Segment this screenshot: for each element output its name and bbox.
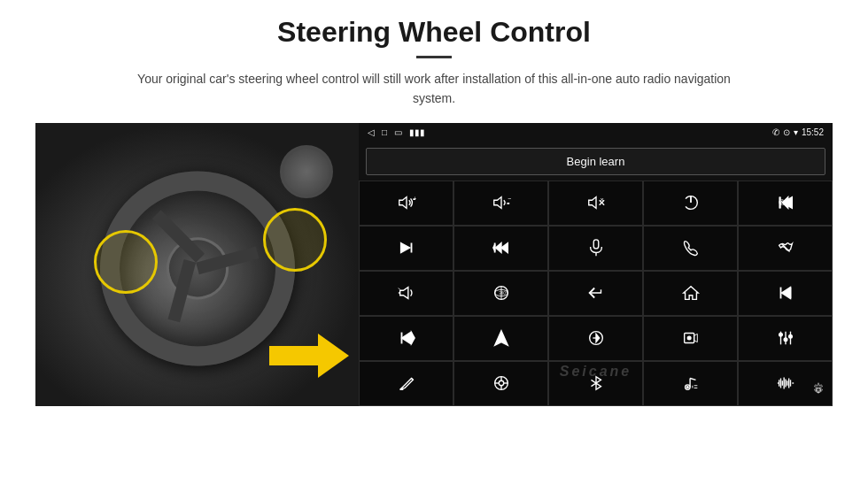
ctrl-horn[interactable]	[359, 271, 453, 316]
ctrl-music-settings[interactable]	[643, 361, 738, 406]
svg-line-27	[398, 288, 399, 290]
svg-marker-44	[596, 334, 600, 342]
ctrl-eq[interactable]	[738, 316, 833, 361]
svg-point-47	[687, 336, 691, 340]
navigation-icon	[492, 328, 511, 348]
power-icon	[681, 193, 701, 212]
svg-marker-22	[492, 245, 494, 251]
controls-grid: + − × ✆	[359, 181, 833, 406]
music-settings-icon	[681, 373, 701, 393]
home-nav-icon[interactable]: □	[382, 127, 387, 137]
ctrl-ff-prev[interactable]	[453, 226, 548, 271]
svg-marker-26	[399, 288, 407, 299]
svg-point-57	[499, 381, 504, 387]
360-view-icon: 360°	[492, 283, 511, 303]
skip-fwd-icon	[397, 328, 416, 348]
svg-marker-17	[400, 243, 409, 253]
ctrl-nav[interactable]	[453, 316, 548, 361]
ctrl-mic[interactable]	[548, 226, 643, 271]
ctrl-vol-up[interactable]: +	[359, 181, 453, 226]
waveform-icon	[776, 373, 795, 393]
status-time: 15:52	[802, 127, 824, 137]
ctrl-next-song[interactable]	[359, 226, 453, 271]
swap-icon	[586, 328, 606, 348]
location-status-icon: ⊙	[783, 127, 790, 137]
vol-down-icon: −	[492, 193, 511, 212]
phone-call-icon	[681, 238, 701, 257]
arrow-indicator	[269, 334, 349, 378]
svg-point-52	[784, 338, 787, 342]
ctrl-mute[interactable]: ×	[548, 181, 643, 226]
begin-learn-row: Begin learn	[359, 142, 833, 181]
mute-icon: ×	[586, 193, 606, 212]
ctrl-360-view[interactable]: 360°	[453, 271, 548, 316]
status-bar-left: ◁ □ ▭ ▮▮▮	[368, 127, 425, 137]
record-icon	[681, 328, 701, 348]
spoke-1	[196, 246, 259, 274]
ctrl-pen[interactable]	[359, 361, 453, 406]
settings-gear-icon[interactable]	[810, 381, 827, 399]
status-bar-right: ✆ ⊙ ▾ 15:52	[772, 127, 824, 137]
wifi-status-icon: ▾	[794, 127, 798, 137]
home-icon	[681, 283, 701, 303]
back-nav-icon[interactable]: ◁	[368, 127, 375, 137]
svg-marker-0	[399, 197, 406, 209]
back-arrow-icon	[586, 283, 606, 303]
svg-marker-3	[493, 197, 500, 209]
svg-text:−: −	[508, 195, 511, 203]
phone-status-icon: ✆	[772, 127, 779, 137]
left-control-highlight	[94, 230, 158, 294]
svg-marker-21	[501, 243, 508, 253]
svg-text:✆: ✆	[778, 198, 785, 207]
ctrl-vol-down[interactable]: −	[453, 181, 548, 226]
ctrl-skip-fwd[interactable]	[359, 316, 453, 361]
recent-nav-icon[interactable]: ▭	[394, 127, 402, 137]
svg-marker-41	[494, 331, 508, 346]
skip-start-icon	[776, 283, 795, 303]
bluetooth-icon	[586, 373, 606, 393]
svg-marker-6	[588, 197, 595, 209]
settings-circle-icon	[492, 373, 511, 393]
ctrl-power[interactable]	[643, 181, 738, 226]
svg-text:×: ×	[600, 196, 603, 204]
begin-learn-button[interactable]: Begin learn	[366, 148, 825, 175]
ctrl-phone-call[interactable]	[643, 226, 738, 271]
page-title: Steering Wheel Control	[277, 16, 591, 49]
page-container: Steering Wheel Control Your original car…	[0, 0, 868, 484]
right-control-highlight	[263, 208, 327, 272]
prev-track-icon: ✆	[776, 193, 795, 212]
title-divider	[416, 56, 452, 58]
ctrl-skip-start[interactable]	[738, 271, 833, 316]
spoke-3	[151, 210, 204, 262]
vol-up-icon: +	[397, 193, 416, 212]
next-song-icon	[397, 238, 416, 257]
svg-marker-33	[683, 287, 698, 300]
ctrl-back[interactable]	[548, 271, 643, 316]
svg-point-51	[779, 334, 782, 337]
status-bar: ◁ □ ▭ ▮▮▮ ✆ ⊙ ▾ 15:52	[359, 123, 833, 142]
svg-text:360°: 360°	[499, 291, 508, 296]
svg-rect-23	[593, 240, 599, 249]
ff-prev-icon	[492, 238, 511, 257]
ctrl-home[interactable]	[643, 271, 738, 316]
ctrl-swap[interactable]	[548, 316, 643, 361]
ctrl-hang-up[interactable]	[738, 226, 833, 271]
equalizer-icon	[776, 328, 795, 348]
ctrl-record[interactable]	[643, 316, 738, 361]
page-subtitle: Your original car's steering wheel contr…	[115, 69, 753, 109]
content-row: ◁ □ ▭ ▮▮▮ ✆ ⊙ ▾ 15:52 Begin learn	[35, 123, 833, 406]
spoke-2	[167, 259, 196, 322]
svg-line-64	[690, 379, 695, 380]
svg-marker-38	[401, 333, 410, 344]
android-screen-wrapper: ◁ □ ▭ ▮▮▮ ✆ ⊙ ▾ 15:52 Begin learn	[359, 123, 833, 406]
svg-text:+: +	[413, 195, 416, 203]
hang-up-icon	[776, 238, 795, 257]
arrow-shape	[269, 334, 349, 378]
ctrl-settings2[interactable]	[453, 361, 548, 406]
svg-line-54	[411, 379, 413, 380]
steering-wheel-hub	[159, 230, 236, 306]
ctrl-bluetooth[interactable]	[548, 361, 643, 406]
pen-icon	[397, 373, 416, 393]
mic-icon	[586, 238, 606, 257]
ctrl-prev-track[interactable]: ✆	[738, 181, 833, 226]
